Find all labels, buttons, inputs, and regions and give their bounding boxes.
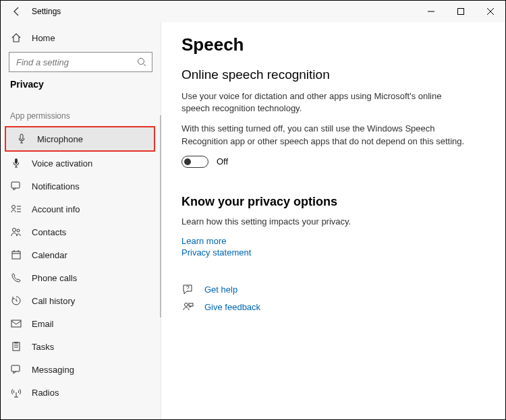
svg-point-4 (138, 59, 144, 65)
sidebar-item-phone-calls[interactable]: Phone calls (1, 266, 161, 289)
give-feedback-label: Give feedback (204, 302, 260, 312)
sidebar-item-label: Microphone (37, 134, 83, 144)
sidebar-group-label: App permissions (1, 96, 161, 126)
sidebar-item-call-history[interactable]: Call history (1, 289, 161, 312)
sidebar-item-label: Notifications (32, 181, 80, 191)
messaging-icon (10, 363, 22, 376)
sidebar-item-label: Tasks (32, 342, 54, 352)
sidebar-item-contacts[interactable]: Contacts (1, 220, 161, 243)
search-icon (137, 57, 146, 67)
home-icon (10, 32, 22, 44)
page-title: Speech (181, 34, 485, 55)
svg-point-9 (12, 206, 16, 209)
svg-rect-24 (11, 365, 20, 371)
account-info-icon (10, 203, 22, 215)
email-icon (10, 318, 22, 330)
get-help-row[interactable]: Get help (181, 283, 485, 297)
sidebar-item-messaging[interactable]: Messaging (1, 358, 161, 381)
microphone-icon (16, 133, 28, 145)
toggle-knob (184, 158, 191, 165)
sidebar-item-calendar[interactable]: Calendar (1, 243, 161, 266)
highlight-microphone: Microphone (5, 126, 155, 152)
svg-point-27 (187, 291, 188, 291)
svg-point-11 (17, 229, 20, 232)
feedback-icon (181, 301, 195, 314)
sidebar-section-title: Privacy (1, 79, 161, 96)
sidebar-item-microphone[interactable]: Microphone (6, 127, 154, 150)
maximize-button[interactable] (446, 1, 476, 22)
sidebar-item-label: Phone calls (32, 273, 77, 283)
sidebar-item-account-info[interactable]: Account info (1, 198, 161, 220)
window-title: Settings (32, 7, 61, 16)
section-heading: Online speech recognition (181, 67, 485, 82)
notifications-icon (10, 180, 22, 192)
sidebar-item-label: Voice activation (32, 158, 92, 169)
titlebar: Settings (1, 1, 505, 22)
svg-rect-29 (189, 303, 193, 306)
svg-rect-1 (458, 9, 464, 15)
tasks-icon (10, 340, 22, 353)
svg-rect-20 (13, 342, 20, 351)
sidebar-nav-list: Microphone Voice activation Notification… (1, 126, 161, 419)
back-button[interactable] (6, 1, 28, 22)
sidebar-item-label: Messaging (32, 365, 74, 375)
svg-point-10 (13, 229, 16, 232)
speech-toggle[interactable] (181, 156, 208, 168)
main-content: Speech Online speech recognition Use you… (161, 22, 505, 419)
search-input[interactable] (9, 52, 152, 72)
sidebar-item-label: Radios (32, 388, 59, 398)
search-field[interactable] (15, 57, 137, 68)
sidebar-item-voice-activation[interactable]: Voice activation (1, 152, 161, 175)
svg-rect-19 (11, 320, 21, 327)
sidebar: Home Privacy App permissions Microphone (1, 22, 161, 419)
sidebar-item-radios[interactable]: Radios (1, 381, 161, 404)
close-button[interactable] (476, 1, 505, 22)
svg-rect-12 (12, 251, 20, 259)
sidebar-item-tasks[interactable]: Tasks (1, 335, 161, 358)
sidebar-item-label: Call history (32, 296, 75, 306)
learn-more-link[interactable]: Learn more (181, 236, 485, 246)
svg-line-5 (144, 64, 146, 67)
sidebar-home[interactable]: Home (1, 26, 161, 49)
svg-rect-6 (20, 134, 23, 140)
give-feedback-row[interactable]: Give feedback (181, 301, 485, 314)
sidebar-item-label: Account info (32, 204, 80, 214)
description-1: Use your voice for dictation and other a… (181, 90, 465, 115)
svg-point-28 (185, 303, 188, 306)
voice-activation-icon (10, 157, 22, 169)
phone-icon (10, 272, 22, 284)
sidebar-item-label: Contacts (32, 227, 66, 237)
sidebar-item-label: Calendar (32, 250, 67, 260)
privacy-heading: Know your privacy options (181, 195, 485, 209)
sidebar-item-notifications[interactable]: Notifications (1, 175, 161, 198)
svg-rect-8 (11, 182, 20, 188)
sidebar-home-label: Home (32, 33, 55, 43)
privacy-sub: Learn how this setting impacts your priv… (181, 216, 465, 228)
privacy-statement-link[interactable]: Privacy statement (181, 247, 485, 258)
description-2: With this setting turned off, you can st… (181, 123, 465, 147)
toggle-state-label: Off (217, 156, 228, 167)
get-help-label: Get help (204, 284, 237, 295)
call-history-icon (10, 295, 22, 307)
contacts-icon (10, 226, 22, 238)
minimize-button[interactable] (416, 1, 446, 22)
sidebar-item-email[interactable]: Email (1, 312, 161, 335)
sidebar-item-label: Email (32, 319, 54, 329)
get-help-icon (181, 283, 195, 297)
calendar-icon (10, 249, 22, 261)
svg-rect-7 (15, 158, 18, 164)
radios-icon (10, 386, 22, 398)
